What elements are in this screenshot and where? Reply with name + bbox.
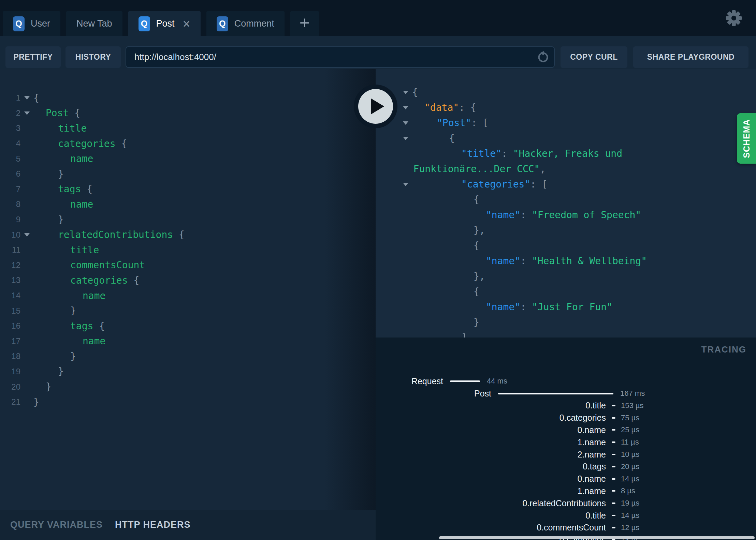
trace-label: Post xyxy=(376,389,491,399)
tab-comment[interactable]: QComment xyxy=(206,11,285,36)
trace-duration-bar xyxy=(498,393,613,394)
settings-gear-icon[interactable] xyxy=(725,10,742,27)
trace-duration-bar xyxy=(450,380,480,382)
response-line: "name": "Freedom of Speech" xyxy=(376,207,756,223)
code-text: tags { xyxy=(33,320,105,332)
response-viewer: {"data": {"Post": [{"title": "Hacker, Fr… xyxy=(376,69,756,338)
trace-row: 1.name11 µs xyxy=(376,436,756,448)
code-text: categories { xyxy=(33,275,139,286)
code-text: } xyxy=(33,168,64,180)
editor-line: 21} xyxy=(0,394,376,410)
line-number: 18 xyxy=(0,351,20,361)
line-number: 13 xyxy=(0,275,20,285)
new-tab-button[interactable]: + xyxy=(290,11,319,36)
json-token: : [ xyxy=(530,179,548,190)
trace-row: 0.tags20 µs xyxy=(376,461,756,473)
tab-user[interactable]: QUser xyxy=(3,11,60,36)
json-token: , xyxy=(540,163,546,175)
tracing-rows: Request44 msPost167 ms0.title153 µs0.cat… xyxy=(376,338,756,540)
line-number: 9 xyxy=(0,215,20,224)
trace-dash xyxy=(606,466,621,467)
editor-line: 6} xyxy=(0,166,376,182)
trace-value: 11 µs xyxy=(621,438,639,447)
line-number: 14 xyxy=(0,291,20,300)
code-token: { xyxy=(128,275,140,286)
execute-query-button[interactable] xyxy=(354,85,397,128)
code-text: title xyxy=(33,123,87,134)
code-text: categories { xyxy=(33,138,127,149)
tab-label: Post xyxy=(156,18,175,29)
fold-arrow-icon[interactable] xyxy=(24,233,30,237)
query-editor[interactable]: 1{2Post {3title4categories {5name6}7tags… xyxy=(0,69,376,409)
json-token: "Health & Wellbeing" xyxy=(532,255,647,267)
fold-arrow-icon[interactable] xyxy=(403,121,408,125)
editor-line: 5name xyxy=(0,151,376,166)
response-line: } xyxy=(376,315,756,330)
graphql-playground-window: QUserNew TabQPost×QComment + PRETTIFY HI… xyxy=(0,0,756,540)
code-text: { xyxy=(33,92,39,104)
tab-post[interactable]: QPost× xyxy=(128,11,201,36)
trace-value: 25 µs xyxy=(621,425,639,434)
line-number: 12 xyxy=(0,260,20,270)
fold-arrow-icon[interactable] xyxy=(403,183,408,186)
code-text: commentsCount xyxy=(33,259,145,271)
json-token: ] xyxy=(461,332,467,338)
reload-schema-icon[interactable] xyxy=(536,50,550,64)
response-line: "Post": [ xyxy=(376,115,756,131)
json-token: { xyxy=(474,240,479,251)
query-badge: Q xyxy=(13,16,25,31)
history-button[interactable]: HISTORY xyxy=(66,46,121,68)
json-token: "name" xyxy=(486,255,520,267)
code-token: relatedContributions xyxy=(58,229,173,240)
schema-tab-label: SCHEMA xyxy=(742,119,752,158)
code-token: title xyxy=(58,123,87,134)
json-token: "name" xyxy=(486,209,520,221)
code-token: name xyxy=(70,153,93,164)
trace-label: 0.relatedContributions xyxy=(376,498,606,508)
json-token: "Just For Fun" xyxy=(532,301,612,313)
trace-value: 167 ms xyxy=(620,389,645,398)
response-pane: {"data": {"Post": [{"title": "Hacker, Fr… xyxy=(376,69,756,338)
trace-dash xyxy=(606,417,621,419)
response-line: "name": "Just For Fun" xyxy=(376,299,756,315)
response-line: { xyxy=(376,131,756,146)
json-token: : xyxy=(501,148,513,159)
fold-arrow-icon[interactable] xyxy=(24,111,30,115)
trace-value: 12 µs xyxy=(621,523,639,532)
trace-value: 20 µs xyxy=(621,462,639,471)
tab-query-variables[interactable]: QUERY VARIABLES xyxy=(10,520,103,530)
trace-value: 19 µs xyxy=(621,499,639,508)
tracing-horizontal-scrollbar[interactable] xyxy=(439,536,755,539)
endpoint-url-input[interactable] xyxy=(126,46,555,68)
editor-line: 1{ xyxy=(0,90,376,106)
share-playground-button[interactable]: SHARE PLAYGROUND xyxy=(633,46,748,68)
json-token: : { xyxy=(459,102,476,113)
fold-arrow-icon[interactable] xyxy=(403,137,408,140)
trace-row: 0.name14 µs xyxy=(376,473,756,485)
prettify-button[interactable]: PRETTIFY xyxy=(5,46,61,68)
trace-label: Request xyxy=(376,376,443,386)
editor-line: 14name xyxy=(0,288,376,303)
trace-dash xyxy=(606,502,621,504)
code-text: title xyxy=(33,244,99,256)
response-line: "categories": [ xyxy=(376,177,756,192)
copy-curl-button[interactable]: COPY CURL xyxy=(561,46,627,68)
schema-side-tab[interactable]: SCHEMA xyxy=(737,113,756,164)
tab-new-tab[interactable]: New Tab xyxy=(66,11,122,36)
fold-arrow-icon[interactable] xyxy=(403,106,408,109)
code-token: categories xyxy=(70,275,128,286)
json-token: }, xyxy=(474,271,485,282)
json-token: { xyxy=(474,286,479,297)
editor-line: 18} xyxy=(0,349,376,364)
code-token: name xyxy=(83,335,105,347)
close-tab-icon[interactable]: × xyxy=(183,19,190,29)
query-badge: Q xyxy=(139,16,150,31)
code-token: name xyxy=(83,290,105,301)
editor-line: 8name xyxy=(0,197,376,212)
tab-http-headers[interactable]: HTTP HEADERS xyxy=(115,520,191,530)
json-token: "name" xyxy=(486,301,520,313)
query-editor-pane: 1{2Post {3title4categories {5name6}7tags… xyxy=(0,69,376,540)
fold-arrow-icon[interactable] xyxy=(403,91,408,94)
code-token: } xyxy=(70,305,76,316)
fold-arrow-icon[interactable] xyxy=(24,96,30,100)
